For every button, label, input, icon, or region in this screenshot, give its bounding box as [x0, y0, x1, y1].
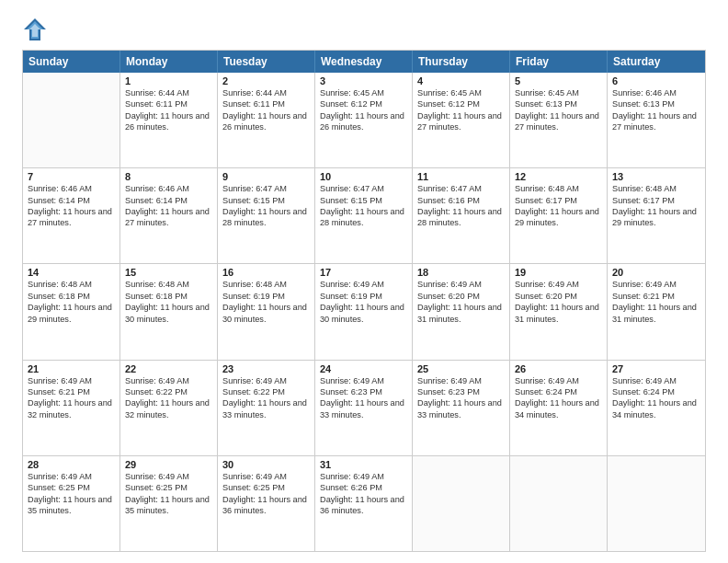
- daylight-text: Daylight: 11 hours and 33 minutes.: [320, 397, 407, 420]
- sunrise-text: Sunrise: 6:48 AM: [515, 183, 602, 194]
- weekday-header-sunday: Sunday: [23, 51, 120, 73]
- daylight-text: Daylight: 11 hours and 29 minutes.: [515, 206, 602, 229]
- day-number: 11: [417, 171, 505, 182]
- sunset-text: Sunset: 6:20 PM: [417, 291, 505, 302]
- day-number: 1: [125, 75, 212, 86]
- sunrise-text: Sunrise: 6:45 AM: [320, 87, 407, 98]
- sunrise-text: Sunrise: 6:49 AM: [515, 279, 602, 290]
- sunset-text: Sunset: 6:21 PM: [28, 386, 115, 397]
- day-number: 22: [125, 363, 212, 374]
- sunrise-text: Sunrise: 6:49 AM: [515, 375, 602, 386]
- day-number: 6: [612, 75, 700, 86]
- daylight-text: Daylight: 11 hours and 26 minutes.: [222, 110, 310, 133]
- calendar-body: 1Sunrise: 6:44 AMSunset: 6:11 PMDaylight…: [23, 73, 705, 551]
- day-cell-3: 3Sunrise: 6:45 AMSunset: 6:12 PMDaylight…: [315, 73, 413, 167]
- sunrise-text: Sunrise: 6:47 AM: [320, 183, 407, 194]
- calendar-row-3: 21Sunrise: 6:49 AMSunset: 6:21 PMDayligh…: [23, 360, 705, 455]
- weekday-header-wednesday: Wednesday: [315, 51, 413, 73]
- day-cell-20: 20Sunrise: 6:49 AMSunset: 6:21 PMDayligh…: [608, 264, 705, 359]
- day-number: 5: [515, 75, 602, 86]
- day-cell-17: 17Sunrise: 6:49 AMSunset: 6:19 PMDayligh…: [315, 264, 413, 359]
- day-cell-18: 18Sunrise: 6:49 AMSunset: 6:20 PMDayligh…: [413, 264, 510, 359]
- daylight-text: Daylight: 11 hours and 28 minutes.: [417, 206, 505, 229]
- sunrise-text: Sunrise: 6:46 AM: [28, 183, 115, 194]
- day-cell-11: 11Sunrise: 6:47 AMSunset: 6:16 PMDayligh…: [413, 168, 510, 263]
- daylight-text: Daylight: 11 hours and 27 minutes.: [417, 110, 505, 133]
- calendar: SundayMondayTuesdayWednesdayThursdayFrid…: [22, 50, 706, 552]
- day-cell-4: 4Sunrise: 6:45 AMSunset: 6:12 PMDaylight…: [413, 73, 510, 167]
- day-number: 25: [417, 363, 505, 374]
- sunrise-text: Sunrise: 6:49 AM: [417, 375, 505, 386]
- day-number: 21: [28, 363, 115, 374]
- day-cell-25: 25Sunrise: 6:49 AMSunset: 6:23 PMDayligh…: [413, 361, 510, 455]
- sunrise-text: Sunrise: 6:48 AM: [28, 279, 115, 290]
- day-cell-13: 13Sunrise: 6:48 AMSunset: 6:17 PMDayligh…: [608, 168, 705, 263]
- sunset-text: Sunset: 6:17 PM: [515, 195, 602, 206]
- sunrise-text: Sunrise: 6:48 AM: [612, 183, 700, 194]
- day-cell-10: 10Sunrise: 6:47 AMSunset: 6:15 PMDayligh…: [315, 168, 413, 263]
- day-cell-9: 9Sunrise: 6:47 AMSunset: 6:15 PMDaylight…: [218, 168, 315, 263]
- sunrise-text: Sunrise: 6:49 AM: [222, 471, 310, 482]
- day-number: 23: [222, 363, 310, 374]
- sunset-text: Sunset: 6:20 PM: [515, 291, 602, 302]
- sunset-text: Sunset: 6:26 PM: [320, 482, 407, 493]
- sunset-text: Sunset: 6:13 PM: [612, 98, 700, 109]
- day-cell-16: 16Sunrise: 6:48 AMSunset: 6:19 PMDayligh…: [218, 264, 315, 359]
- header: [22, 17, 706, 42]
- daylight-text: Daylight: 11 hours and 31 minutes.: [515, 302, 602, 325]
- sunset-text: Sunset: 6:15 PM: [320, 195, 407, 206]
- sunset-text: Sunset: 6:11 PM: [222, 98, 310, 109]
- sunset-text: Sunset: 6:22 PM: [222, 386, 310, 397]
- daylight-text: Daylight: 11 hours and 27 minutes.: [612, 110, 700, 133]
- daylight-text: Daylight: 11 hours and 33 minutes.: [417, 397, 505, 420]
- calendar-header: SundayMondayTuesdayWednesdayThursdayFrid…: [23, 51, 705, 73]
- sunrise-text: Sunrise: 6:49 AM: [222, 375, 310, 386]
- daylight-text: Daylight: 11 hours and 26 minutes.: [125, 110, 212, 133]
- day-cell-28: 28Sunrise: 6:49 AMSunset: 6:25 PMDayligh…: [23, 456, 120, 551]
- sunrise-text: Sunrise: 6:47 AM: [417, 183, 505, 194]
- daylight-text: Daylight: 11 hours and 35 minutes.: [28, 494, 115, 517]
- sunset-text: Sunset: 6:12 PM: [417, 98, 505, 109]
- daylight-text: Daylight: 11 hours and 27 minutes.: [515, 110, 602, 133]
- sunset-text: Sunset: 6:18 PM: [125, 291, 212, 302]
- day-number: 26: [515, 363, 602, 374]
- sunrise-text: Sunrise: 6:45 AM: [417, 87, 505, 98]
- day-cell-29: 29Sunrise: 6:49 AMSunset: 6:25 PMDayligh…: [120, 456, 218, 551]
- sunset-text: Sunset: 6:14 PM: [28, 195, 115, 206]
- sunrise-text: Sunrise: 6:44 AM: [125, 87, 212, 98]
- sunset-text: Sunset: 6:23 PM: [417, 386, 505, 397]
- day-cell-22: 22Sunrise: 6:49 AMSunset: 6:22 PMDayligh…: [120, 361, 218, 455]
- sunrise-text: Sunrise: 6:47 AM: [222, 183, 310, 194]
- weekday-header-tuesday: Tuesday: [218, 51, 315, 73]
- daylight-text: Daylight: 11 hours and 28 minutes.: [320, 206, 407, 229]
- day-number: 17: [320, 267, 407, 278]
- sunrise-text: Sunrise: 6:49 AM: [28, 471, 115, 482]
- day-cell-12: 12Sunrise: 6:48 AMSunset: 6:17 PMDayligh…: [510, 168, 608, 263]
- sunset-text: Sunset: 6:25 PM: [222, 482, 310, 493]
- sunrise-text: Sunrise: 6:44 AM: [222, 87, 310, 98]
- sunset-text: Sunset: 6:19 PM: [222, 291, 310, 302]
- sunrise-text: Sunrise: 6:49 AM: [125, 471, 212, 482]
- empty-cell: [510, 456, 608, 551]
- day-number: 15: [125, 267, 212, 278]
- daylight-text: Daylight: 11 hours and 33 minutes.: [222, 397, 310, 420]
- day-number: 27: [612, 363, 700, 374]
- sunset-text: Sunset: 6:24 PM: [515, 386, 602, 397]
- sunset-text: Sunset: 6:14 PM: [125, 195, 212, 206]
- daylight-text: Daylight: 11 hours and 26 minutes.: [320, 110, 407, 133]
- day-cell-23: 23Sunrise: 6:49 AMSunset: 6:22 PMDayligh…: [218, 361, 315, 455]
- day-cell-1: 1Sunrise: 6:44 AMSunset: 6:11 PMDaylight…: [120, 73, 218, 167]
- daylight-text: Daylight: 11 hours and 30 minutes.: [320, 302, 407, 325]
- daylight-text: Daylight: 11 hours and 31 minutes.: [417, 302, 505, 325]
- sunrise-text: Sunrise: 6:48 AM: [125, 279, 212, 290]
- day-number: 20: [612, 267, 700, 278]
- daylight-text: Daylight: 11 hours and 35 minutes.: [125, 494, 212, 517]
- daylight-text: Daylight: 11 hours and 27 minutes.: [28, 206, 115, 229]
- daylight-text: Daylight: 11 hours and 30 minutes.: [222, 302, 310, 325]
- sunset-text: Sunset: 6:13 PM: [515, 98, 602, 109]
- calendar-row-2: 14Sunrise: 6:48 AMSunset: 6:18 PMDayligh…: [23, 263, 705, 359]
- sunrise-text: Sunrise: 6:48 AM: [222, 279, 310, 290]
- day-number: 4: [417, 75, 505, 86]
- daylight-text: Daylight: 11 hours and 36 minutes.: [222, 494, 310, 517]
- day-cell-5: 5Sunrise: 6:45 AMSunset: 6:13 PMDaylight…: [510, 73, 608, 167]
